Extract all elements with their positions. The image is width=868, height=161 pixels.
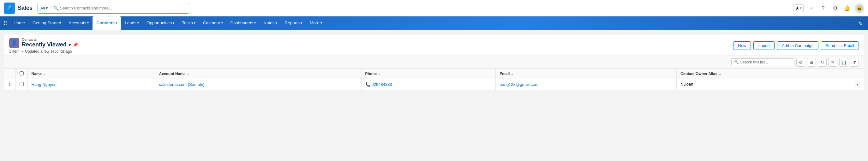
add-button[interactable]: + — [807, 4, 815, 12]
app-name: Sales — [18, 5, 33, 11]
search-scope-label: All — [40, 6, 45, 10]
settings-icon-btn[interactable]: ⚙ — [796, 58, 805, 67]
app-launcher-button[interactable]: ⠿ — [3, 17, 7, 30]
dashboards-chevron-icon: ▾ — [254, 21, 256, 25]
nav-items: HomeGetting StartedAccounts▾Contacts▾Lea… — [10, 17, 856, 30]
col-email-header[interactable]: Email ⌄ — [496, 69, 677, 79]
plus-icon: + — [810, 5, 812, 11]
add-to-campaign-button[interactable]: Add to Campaign — [777, 41, 818, 50]
favorites-button[interactable]: ★ ▾ — [794, 4, 804, 12]
list-search-input[interactable] — [740, 60, 792, 64]
list-header-title: 👤 Contacts Recently Viewed ▾ 📌 — [9, 38, 78, 48]
col-check-header — [16, 69, 28, 79]
nav-item-dashboards[interactable]: Dashboards▾ — [227, 17, 260, 30]
help-button[interactable]: ? — [819, 4, 828, 12]
search-scope-chevron-icon: ▾ — [46, 6, 48, 10]
settings-button[interactable]: ⚙ — [831, 4, 840, 12]
refresh-icon: ↻ — [820, 60, 824, 65]
nav-item-getting-started[interactable]: Getting Started — [29, 17, 65, 30]
nav-edit-button[interactable]: ✎ — [856, 17, 865, 30]
account-name-link[interactable]: salesforce.com (Sample) — [159, 82, 205, 87]
email-link[interactable]: hang123@gmail.com — [499, 82, 538, 87]
list-view-container: 👤 Contacts Recently Viewed ▾ 📌 — [4, 34, 864, 90]
nav-item-leads[interactable]: Leads▾ — [121, 17, 143, 30]
row-phone-cell: 📞 029484383 — [361, 79, 496, 90]
col-num-header — [4, 69, 16, 79]
global-search-box: All ▾ 🔍 — [38, 3, 189, 13]
calendar-chevron-icon: ▾ — [221, 21, 223, 25]
new-button[interactable]: New — [733, 41, 751, 50]
contact-name-link[interactable]: Hang Nguyen — [32, 82, 57, 87]
top-bar-icons: ★ ▾ + ? ⚙ 🔔 🐱 — [794, 3, 864, 13]
star-icon: ★ — [795, 6, 800, 11]
filter-icon-btn[interactable]: ⧩ — [850, 58, 859, 67]
nav-item-more[interactable]: More▾ — [306, 17, 326, 30]
nav-item-notes[interactable]: Notes▾ — [259, 17, 281, 30]
list-header-actions: New Import Add to Campaign Send List Ema… — [733, 41, 859, 50]
row-email-cell: hang123@gmail.com — [496, 79, 677, 90]
nav-item-tasks[interactable]: Tasks▾ — [178, 17, 199, 30]
import-button[interactable]: Import — [753, 41, 775, 50]
data-table: Name ⌄ Account Name ⌄ Phone ⌄ — [4, 69, 864, 90]
row-checkbox-cell — [16, 79, 28, 90]
nav-item-contacts[interactable]: Contacts▾ — [93, 17, 121, 30]
global-search-input[interactable] — [60, 6, 187, 10]
notifications-button[interactable]: 🔔 — [843, 4, 851, 12]
gear-icon: ⚙ — [833, 5, 837, 11]
col-phone-header[interactable]: Phone ⌄ — [361, 69, 496, 79]
list-search-icon: 🔍 — [734, 60, 739, 64]
edit-icon: ✎ — [831, 60, 835, 65]
phone-icon: 📞 — [365, 82, 370, 87]
phone-link[interactable]: 029484383 — [372, 82, 392, 87]
search-magnifier-icon: 🔍 — [53, 6, 59, 11]
charts-icon-btn[interactable]: 📊 — [839, 58, 848, 67]
col-owner-header[interactable]: Contact Owner Alias ⌄ — [677, 69, 864, 79]
list-header-left: 👤 Contacts Recently Viewed ▾ 📌 — [9, 38, 78, 54]
app-logo[interactable]: 🧳 — [4, 2, 15, 14]
select-all-checkbox[interactable] — [20, 71, 24, 75]
contacts-chevron-icon: ▾ — [116, 21, 117, 25]
leads-chevron-icon: ▾ — [137, 21, 139, 25]
email-sort-icon: ⌄ — [511, 72, 514, 76]
phone-sort-icon: ⌄ — [378, 72, 380, 76]
row-action-dropdown[interactable]: ▾ — [855, 82, 860, 87]
more-chevron-icon: ▾ — [320, 21, 322, 25]
row-account-cell: salesforce.com (Sample) — [155, 79, 361, 90]
row-checkbox[interactable] — [20, 82, 24, 86]
list-search-box: 🔍 — [731, 58, 795, 66]
tasks-chevron-icon: ▾ — [194, 21, 195, 25]
item-count-text: 1 item • Updated a few seconds ago — [9, 49, 78, 54]
list-title: Recently Viewed — [22, 41, 67, 48]
table-row: 1 Hang Nguyen salesforce.com (Sample) 📞 … — [4, 79, 864, 90]
nav-item-calendar[interactable]: Calendar▾ — [199, 17, 227, 30]
refresh-icon-btn[interactable]: ↻ — [818, 58, 827, 67]
user-avatar[interactable]: 🐱 — [855, 3, 864, 13]
list-breadcrumb: Contacts — [22, 38, 78, 41]
columns-icon-btn[interactable]: ⊞ — [807, 58, 816, 67]
nav-item-opportunities[interactable]: Opportunities▾ — [143, 17, 178, 30]
send-list-email-button[interactable]: Send List Email — [821, 41, 859, 50]
nav-item-home[interactable]: Home — [10, 17, 29, 30]
name-sort-icon: ⌄ — [43, 72, 45, 76]
col-name-header[interactable]: Name ⌄ — [28, 69, 155, 79]
filter-icon: ⧩ — [852, 60, 856, 65]
columns-icon: ⊞ — [810, 60, 813, 65]
content-area: 👤 Contacts Recently Viewed ▾ 📌 — [0, 30, 868, 161]
nav-item-accounts[interactable]: Accounts▾ — [65, 17, 93, 30]
app-logo-icon: 🧳 — [6, 4, 13, 12]
row-number: 1 — [4, 79, 16, 90]
star-chevron-icon: ▾ — [800, 6, 802, 10]
edit-icon-btn[interactable]: ✎ — [829, 58, 837, 67]
search-scope-selector[interactable]: All ▾ — [40, 6, 51, 10]
col-account-header[interactable]: Account Name ⌄ — [155, 69, 361, 79]
contacts-person-icon: 👤 — [11, 40, 18, 46]
row-name-cell: Hang Nguyen — [28, 79, 155, 90]
list-toolbar-right: 🔍 ⚙ ⊞ ↻ ✎ 📊 ⧩ — [731, 58, 859, 67]
avatar-image: 🐱 — [856, 5, 863, 12]
opportunities-chevron-icon: ▾ — [173, 21, 174, 25]
pin-icon[interactable]: 📌 — [73, 42, 78, 47]
pencil-icon: ✎ — [858, 21, 862, 27]
list-title-chevron-icon[interactable]: ▾ — [68, 42, 71, 47]
question-icon: ? — [822, 5, 825, 11]
nav-item-reports[interactable]: Reports▾ — [281, 17, 306, 30]
